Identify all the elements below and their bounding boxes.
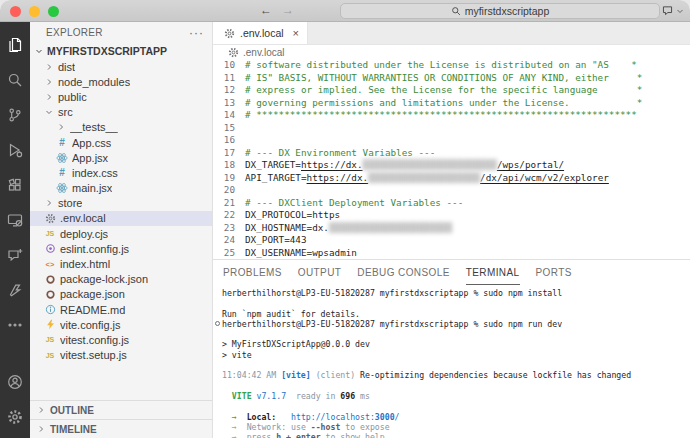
code-text: DX_USERNAME=wpsadmin <box>245 247 690 260</box>
tab-bar: .env.local × <box>213 22 690 45</box>
react-icon <box>56 152 68 164</box>
run-debug-icon[interactable] <box>0 132 30 167</box>
copilot-button[interactable] <box>661 4 684 17</box>
code-line[interactable]: 19API_TARGET=https://dx.████████████████… <box>213 172 690 185</box>
explorer-icon[interactable] <box>0 27 30 62</box>
minimize-window-button[interactable] <box>29 6 40 17</box>
panel-tab-debug-console[interactable]: DEBUG CONSOLE <box>357 260 449 285</box>
nav-forward-icon[interactable]: → <box>282 3 294 17</box>
chat-add-icon[interactable] <box>0 237 30 272</box>
section-label: TIMELINE <box>50 424 97 435</box>
command-center-search[interactable]: myfirstdxscriptapp <box>340 3 660 19</box>
tree-item-index-css[interactable]: #index.css <box>30 165 212 180</box>
code-line[interactable]: 18DX_TARGET=https://dx.█████████████████… <box>213 159 690 172</box>
code-line[interactable]: 15 <box>213 122 690 135</box>
more-icon[interactable] <box>0 307 30 342</box>
tree-item-label: .env.local <box>60 212 106 224</box>
tree-item-vitest-setup-js[interactable]: JSvitest.setup.js <box>30 348 212 363</box>
account-icon[interactable] <box>0 364 30 399</box>
panel-tab-problems[interactable]: PROBLEMS <box>223 260 282 285</box>
code-text: # **************************************… <box>245 109 690 122</box>
code-line[interactable]: 22DX_PROTOCOL=https <box>213 209 690 222</box>
code-line[interactable]: 14# ************************************… <box>213 109 690 122</box>
tree-item-app-jsx[interactable]: App.jsx <box>30 150 212 165</box>
chevron-right-icon <box>56 123 66 131</box>
panel-tab-bar: PROBLEMSOUTPUTDEBUG CONSOLETERMINALPORTS <box>213 260 690 285</box>
tree-item--env-local[interactable]: .env.local <box>30 211 212 226</box>
js-icon: JS <box>44 352 56 359</box>
tree-item-dist[interactable]: dist <box>30 59 212 74</box>
explorer-more-button[interactable]: ··· <box>189 26 204 40</box>
terminal-line: → press h + enter to show help <box>222 432 690 438</box>
line-number: 14 <box>213 109 245 122</box>
tree-item-store[interactable]: store <box>30 196 212 211</box>
command-decoration-icon[interactable] <box>215 321 220 326</box>
tree-item-src[interactable]: src <box>30 105 212 120</box>
maximize-window-button[interactable] <box>48 6 59 17</box>
css-icon: # <box>56 167 68 178</box>
terminal-line: > MyFirstDXScriptApp@0.0.0 dev <box>222 339 690 349</box>
code-line[interactable]: 21# --- DXClient Deployment Variables --… <box>213 197 690 210</box>
tree-item-public[interactable]: public <box>30 89 212 104</box>
terminal-line <box>222 401 690 411</box>
tree-item-label: vite.config.js <box>60 319 121 331</box>
tree-item-eslint-config-js[interactable]: eslint.config.js <box>30 241 212 256</box>
code-line[interactable]: 20 <box>213 184 690 197</box>
remote-explorer-icon[interactable] <box>0 202 30 237</box>
terminal[interactable]: herberthilhorst@LP3-EU-51820287 myfirstd… <box>213 285 690 438</box>
code-text: # --- DX Environment Variables --- <box>245 147 690 160</box>
code-line[interactable]: 13# governing permissions and limitation… <box>213 97 690 110</box>
code-line[interactable]: 24DX_PORT=443 <box>213 234 690 247</box>
code-line[interactable]: 11# IS" BASIS, WITHOUT WARRANTIES OR CON… <box>213 72 690 85</box>
tree-item-index-html[interactable]: <>index.html <box>30 256 212 271</box>
tree-item-main-jsx[interactable]: main.jsx <box>30 181 212 196</box>
tree-item-readme-md[interactable]: README.md <box>30 302 212 317</box>
tree-item-vite-config-js[interactable]: vite.config.js <box>30 317 212 332</box>
tree-item-package-json[interactable]: package.json <box>30 287 212 302</box>
tree-item-app-css[interactable]: #App.css <box>30 135 212 150</box>
tree-item-package-lock-json[interactable]: package-lock.json <box>30 272 212 287</box>
code-line[interactable]: 23DX_HOSTNAME=dx.██████████████████████ <box>213 222 690 235</box>
breadcrumb[interactable]: .env.local <box>213 45 690 59</box>
code-line[interactable]: 16 <box>213 134 690 147</box>
code-line[interactable]: 12# express or implied. See the License … <box>213 84 690 97</box>
code-line[interactable]: 10# software distributed under the Licen… <box>213 59 690 72</box>
tree-item-label: main.jsx <box>72 182 112 194</box>
nav-back-icon[interactable]: ← <box>260 3 272 17</box>
tree-item--tests-[interactable]: __tests__ <box>30 120 212 135</box>
settings-gear-icon[interactable] <box>0 399 30 434</box>
extensions-icon[interactable] <box>0 167 30 202</box>
tree-item-vitest-config-js[interactable]: JSvitest.config.js <box>30 332 212 347</box>
vite-icon <box>44 319 56 330</box>
section-timeline[interactable]: TIMELINE <box>30 419 212 438</box>
js-icon: JS <box>44 230 56 237</box>
tab-env-local[interactable]: .env.local × <box>213 22 308 44</box>
css-icon: # <box>56 137 68 148</box>
tree-item-label: vitest.config.js <box>60 334 129 346</box>
terminal-line <box>222 381 690 391</box>
code-editor[interactable]: 10# software distributed under the Licen… <box>213 59 690 259</box>
panel-tab-output[interactable]: OUTPUT <box>298 260 342 285</box>
sidebar-sections: OUTLINETIMELINE <box>30 400 212 438</box>
lightning-icon[interactable] <box>0 272 30 307</box>
source-control-icon[interactable] <box>0 97 30 132</box>
code-line[interactable]: 25DX_USERNAME=wpsadmin <box>213 247 690 260</box>
breadcrumb-label: .env.local <box>243 47 285 58</box>
search-icon[interactable] <box>0 62 30 97</box>
terminal-line <box>222 298 690 308</box>
panel-tab-terminal[interactable]: TERMINAL <box>466 260 520 285</box>
tree-item-deploy-cjs[interactable]: JSdeploy.cjs <box>30 226 212 241</box>
code-line[interactable]: 17# --- DX Environment Variables --- <box>213 147 690 160</box>
project-root-row[interactable]: MYFIRSTDXSCRIPTAPP <box>30 43 212 59</box>
close-window-button[interactable] <box>10 6 21 17</box>
code-text: DX_PROTOCOL=https <box>245 209 690 222</box>
close-tab-icon[interactable]: × <box>293 27 299 39</box>
section-outline[interactable]: OUTLINE <box>30 400 212 419</box>
terminal-line: > vite <box>222 350 690 360</box>
project-root-label: MYFIRSTDXSCRIPTAPP <box>47 45 167 57</box>
code-text <box>245 134 690 147</box>
panel-tab-ports[interactable]: PORTS <box>536 260 572 285</box>
line-number: 11 <box>213 72 245 85</box>
tree-item-node-modules[interactable]: node_modules <box>30 74 212 89</box>
line-number: 17 <box>213 147 245 160</box>
